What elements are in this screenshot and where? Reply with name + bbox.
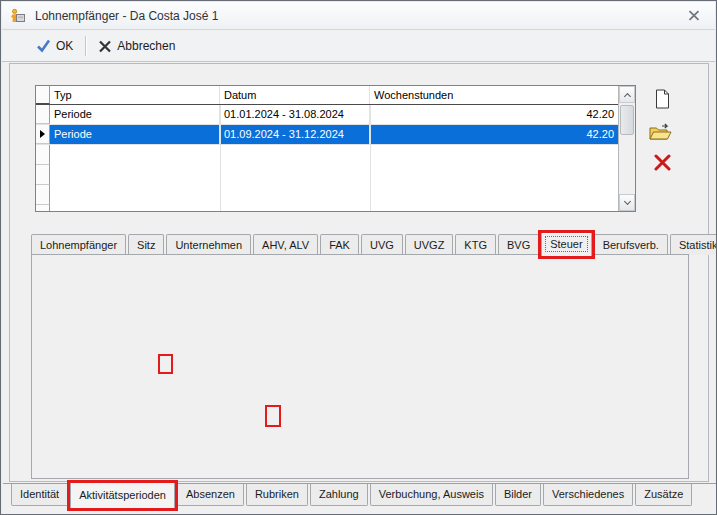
open-folder-icon — [649, 122, 672, 141]
close-icon[interactable] — [681, 7, 707, 25]
lohnempfaenger-dialog: Lohnempfänger - Da Costa José 1 OK Abbr — [0, 0, 717, 515]
cell-wochenstunden[interactable]: 42.20 — [370, 105, 618, 124]
tab-fak[interactable]: FAK — [320, 234, 359, 255]
main-tabstrip: Identität Aktivitätsperioden Absenzen Ru… — [3, 483, 716, 514]
grid-header-row: Typ Datum Wochenstunden — [36, 86, 635, 105]
tab-ktg[interactable]: KTG — [455, 234, 496, 255]
grid-row-1[interactable]: Periode 01.01.2024 - 31.08.2024 42.20 — [36, 105, 635, 125]
ok-label: OK — [56, 39, 73, 53]
x-icon — [98, 40, 112, 53]
cancel-label: Abbrechen — [117, 39, 175, 53]
toolbar-separator — [85, 36, 86, 56]
periods-grid: Typ Datum Wochenstunden Periode 01.01.20… — [35, 85, 636, 212]
title-bar[interactable]: Lohnempfänger - Da Costa José 1 — [2, 2, 715, 30]
column-header-typ[interactable]: Typ — [50, 86, 220, 104]
current-row-arrow-icon — [40, 130, 45, 138]
tab-absenzen[interactable]: Absenzen — [177, 484, 244, 506]
cell-typ[interactable]: Periode — [50, 125, 220, 144]
cell-datum[interactable]: 01.01.2024 - 31.08.2024 — [220, 105, 370, 124]
grid-empty-row — [36, 165, 635, 185]
grid-empty-row — [36, 205, 635, 212]
tab-lohnempfaenger[interactable]: Lohnempfänger — [31, 234, 126, 255]
grid-scrollbar[interactable] — [618, 86, 635, 211]
row-selector[interactable] — [36, 105, 50, 124]
grid-row-2-selected[interactable]: Periode 01.09.2024 - 31.12.2024 42.20 — [36, 125, 635, 145]
tab-verbuchung-ausweis[interactable]: Verbuchung, Ausweis — [370, 484, 493, 506]
check-icon — [36, 39, 51, 53]
tab-aktivitaetsperioden-label: Aktivitätsperioden — [79, 489, 166, 501]
scrollbar-thumb[interactable] — [620, 105, 634, 135]
grid-column-line — [220, 105, 221, 211]
tab-sitz[interactable]: Sitz — [128, 234, 164, 255]
column-header-datum[interactable]: Datum — [220, 86, 370, 104]
window-title: Lohnempfänger - Da Costa José 1 — [35, 9, 681, 23]
tab-unternehmen[interactable]: Unternehmen — [166, 234, 251, 255]
open-record-button[interactable] — [648, 119, 672, 143]
column-header-wochenstunden[interactable]: Wochenstunden — [370, 86, 618, 104]
app-icon — [10, 8, 26, 24]
row-selector-active[interactable] — [36, 125, 50, 144]
grid-empty-row — [36, 185, 635, 205]
tab-bvg[interactable]: BVG — [498, 234, 539, 255]
scroll-up-icon[interactable] — [619, 86, 635, 103]
tab-zusaetze[interactable]: Zusätze — [635, 484, 692, 506]
steuer-tab-page — [31, 254, 689, 479]
grid-column-line — [370, 105, 371, 211]
cell-wochenstunden[interactable]: 42.20 — [370, 125, 618, 144]
new-record-button[interactable] — [650, 87, 674, 111]
new-document-icon — [654, 89, 671, 109]
tab-verschiedenes[interactable]: Verschiedenes — [543, 484, 633, 506]
tab-aktivitaetsperioden-active[interactable]: Aktivitätsperioden — [70, 483, 175, 509]
tab-statistik[interactable]: Statistik — [670, 234, 717, 255]
tab-zahlung[interactable]: Zahlung — [310, 484, 368, 506]
tab-berufsverb[interactable]: Berufsverb. — [594, 234, 668, 255]
scroll-down-icon[interactable] — [619, 194, 635, 211]
cancel-button[interactable]: Abbrechen — [94, 36, 185, 56]
toolbar: OK Abbrechen — [2, 31, 715, 62]
tab-rubriken[interactable]: Rubriken — [246, 484, 308, 506]
grid-empty-row — [36, 145, 635, 165]
tab-steuer-label: Steuer — [550, 238, 582, 250]
cell-datum[interactable]: 01.09.2024 - 31.12.2024 — [220, 125, 370, 144]
ok-button[interactable]: OK — [32, 36, 83, 56]
tab-steuer-active[interactable]: Steuer — [541, 232, 591, 256]
detail-tabstrip: Lohnempfänger Sitz Unternehmen AHV, ALV … — [31, 231, 717, 255]
cell-typ[interactable]: Periode — [50, 105, 220, 124]
tab-uvgz[interactable]: UVGZ — [405, 234, 454, 255]
tab-bilder[interactable]: Bilder — [495, 484, 541, 506]
tab-ahv-alv[interactable]: AHV, ALV — [253, 234, 318, 255]
delete-x-icon — [653, 154, 672, 171]
tab-identitaet[interactable]: Identität — [11, 484, 68, 506]
delete-record-button[interactable] — [650, 150, 674, 174]
grid-selector-header — [36, 86, 50, 104]
tab-uvg[interactable]: UVG — [361, 234, 403, 255]
